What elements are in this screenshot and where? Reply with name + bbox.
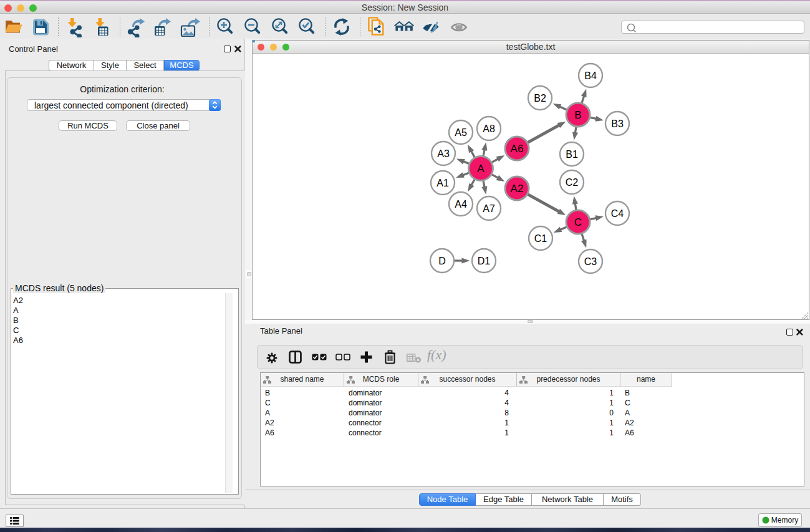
svg-text:D: D <box>438 256 446 266</box>
svg-text:C1: C1 <box>534 233 547 244</box>
svg-text:B4: B4 <box>584 70 597 81</box>
svg-text:B2: B2 <box>534 93 546 104</box>
svg-text:A2: A2 <box>511 183 524 195</box>
svg-text:B3: B3 <box>611 118 624 129</box>
svg-text:C4: C4 <box>611 208 624 219</box>
svg-text:C: C <box>574 216 582 228</box>
svg-text:C2: C2 <box>566 177 579 188</box>
svg-text:B1: B1 <box>566 149 578 160</box>
svg-text:A8: A8 <box>483 123 495 134</box>
svg-text:A7: A7 <box>483 203 495 214</box>
svg-text:A6: A6 <box>511 143 524 155</box>
svg-text:A3: A3 <box>437 148 450 159</box>
svg-text:A4: A4 <box>455 199 467 210</box>
svg-text:A: A <box>477 163 485 175</box>
svg-text:C3: C3 <box>584 256 597 267</box>
svg-text:A1: A1 <box>436 178 449 188</box>
svg-text:D1: D1 <box>478 256 491 266</box>
svg-text:B: B <box>574 109 581 121</box>
svg-text:A5: A5 <box>455 127 467 138</box>
